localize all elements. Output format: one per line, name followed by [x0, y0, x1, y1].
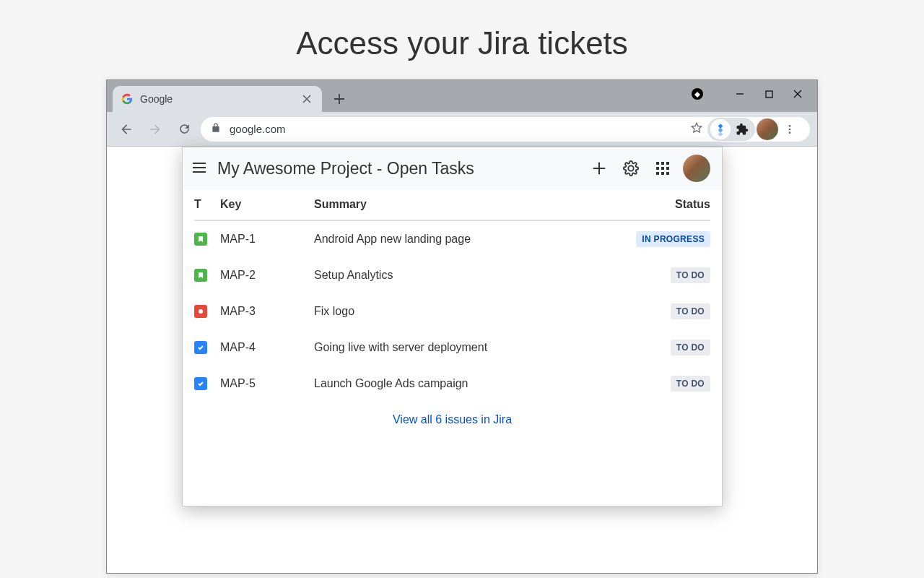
issue-status: TO DO — [616, 376, 710, 392]
settings-gear-icon[interactable] — [619, 157, 642, 180]
svg-rect-11 — [661, 172, 664, 175]
table-header: T Key Summary Status — [194, 189, 710, 221]
minimize-button[interactable] — [733, 87, 746, 100]
issue-key: MAP-1 — [220, 233, 314, 246]
tab-strip: Google — [107, 80, 817, 112]
bookmark-star-icon[interactable] — [690, 121, 703, 137]
table-row[interactable]: MAP-1Android App new landing pageIN PROG… — [194, 221, 710, 257]
address-bar[interactable]: google.com — [201, 117, 810, 142]
browser-tab[interactable]: Google — [113, 86, 322, 112]
svg-point-1 — [789, 125, 791, 127]
issue-status: TO DO — [616, 267, 710, 283]
jira-extension-popup: My Awesome Project - Open Tasks — [182, 147, 723, 506]
issue-type-task-icon — [194, 341, 207, 354]
page-viewport: My Awesome Project - Open Tasks — [107, 147, 817, 573]
issue-status: TO DO — [616, 340, 710, 355]
svg-point-13 — [199, 309, 203, 314]
table-row[interactable]: MAP-3Fix logoTO DO — [194, 293, 710, 329]
google-favicon-icon — [121, 93, 133, 105]
issue-status: TO DO — [616, 303, 710, 319]
col-summary: Summary — [314, 198, 616, 211]
issue-summary: Fix logo — [314, 305, 616, 318]
profile-avatar[interactable] — [757, 118, 778, 140]
create-issue-button[interactable] — [588, 157, 611, 180]
svg-rect-12 — [666, 172, 669, 175]
svg-point-3 — [789, 131, 791, 134]
jira-extension-icon[interactable] — [710, 119, 731, 139]
menu-icon[interactable] — [190, 161, 209, 176]
user-avatar[interactable] — [683, 155, 710, 182]
incognito-indicator-icon — [692, 88, 703, 100]
browser-toolbar: google.com — [107, 112, 817, 147]
tab-title: Google — [140, 93, 300, 105]
svg-rect-4 — [656, 162, 659, 165]
svg-rect-9 — [666, 167, 669, 170]
table-row[interactable]: MAP-2Setup AnalyticsTO DO — [194, 257, 710, 293]
svg-point-2 — [789, 128, 791, 130]
svg-rect-6 — [666, 162, 669, 165]
issue-type-bug-icon — [194, 305, 207, 318]
forward-button[interactable] — [143, 117, 167, 142]
issue-key: MAP-4 — [220, 341, 314, 354]
issue-type-task-icon — [194, 377, 207, 390]
window-controls — [679, 80, 817, 108]
extensions-puzzle-icon[interactable] — [732, 119, 752, 139]
extension-buttons — [707, 118, 755, 141]
issue-type-story-icon — [194, 269, 207, 282]
reload-button[interactable] — [172, 117, 196, 142]
page-heading: Access your Jira tickets — [0, 0, 924, 79]
lock-icon — [211, 123, 221, 135]
col-status: Status — [616, 198, 710, 211]
back-button[interactable] — [114, 117, 139, 142]
chrome-menu-icon[interactable] — [780, 124, 800, 135]
issue-key: MAP-2 — [220, 269, 314, 282]
svg-rect-5 — [661, 162, 664, 165]
app-switcher-icon[interactable] — [651, 157, 674, 180]
maximize-button[interactable] — [762, 87, 775, 100]
issue-key: MAP-5 — [220, 377, 314, 390]
view-all-row: View all 6 issues in Jira — [183, 402, 722, 506]
issue-status: IN PROGRESS — [616, 231, 710, 247]
issue-summary: Going live with server deployment — [314, 341, 616, 354]
popup-header: My Awesome Project - Open Tasks — [183, 147, 722, 189]
issue-summary: Setup Analytics — [314, 269, 616, 282]
popup-title: My Awesome Project - Open Tasks — [217, 159, 579, 178]
issue-key: MAP-3 — [220, 305, 314, 318]
issues-table: T Key Summary Status MAP-1Android App ne… — [183, 189, 722, 402]
table-row[interactable]: MAP-4Going live with server deploymentTO… — [194, 329, 710, 366]
svg-rect-7 — [656, 167, 659, 170]
issue-summary: Android App new landing page — [314, 233, 616, 246]
close-tab-icon[interactable] — [300, 92, 313, 105]
close-window-button[interactable] — [791, 87, 804, 100]
new-tab-button[interactable] — [329, 89, 349, 109]
view-all-link[interactable]: View all 6 issues in Jira — [393, 413, 512, 426]
svg-rect-8 — [661, 167, 664, 170]
svg-rect-10 — [656, 172, 659, 175]
issue-type-story-icon — [194, 233, 207, 246]
table-row[interactable]: MAP-5Launch Google Ads campaignTO DO — [194, 366, 710, 402]
url-text: google.com — [230, 123, 690, 135]
col-key: Key — [220, 198, 314, 211]
svg-rect-0 — [766, 91, 772, 98]
issue-summary: Launch Google Ads campaign — [314, 377, 616, 390]
col-type: T — [194, 198, 220, 211]
browser-window: Google — [106, 79, 818, 574]
